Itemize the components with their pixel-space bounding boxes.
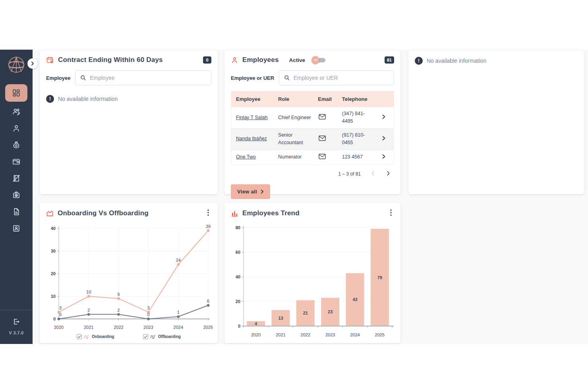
active-toggle[interactable]	[311, 56, 326, 64]
svg-text:2021: 2021	[84, 325, 93, 330]
sidebar-nav	[5, 84, 27, 237]
view-all-label: View all	[237, 189, 257, 195]
legend-checkbox[interactable]	[143, 334, 148, 339]
svg-text:2025: 2025	[203, 325, 213, 330]
table-header-row: EmployeeRoleEmailTelephone	[231, 91, 394, 107]
email-button[interactable]	[318, 113, 327, 122]
email-button[interactable]	[318, 153, 327, 161]
svg-text:2024: 2024	[350, 332, 360, 337]
svg-text:4: 4	[255, 321, 257, 326]
sidebar-item-money-bag[interactable]	[5, 137, 27, 153]
table-row: Nanda IbáñezSenior Accountant(917) 810-0…	[231, 128, 394, 150]
row-detail-button[interactable]	[381, 135, 386, 143]
info-icon: !	[415, 57, 423, 65]
card-title: Employees Trend	[242, 209, 300, 217]
employees-card: Employees Active 81 Employee or UER	[224, 50, 400, 194]
svg-text:10: 10	[86, 290, 91, 294]
chart-legend: OnboardingOffboarding	[40, 332, 218, 342]
employee-search	[75, 70, 211, 85]
logout-icon	[12, 317, 21, 326]
svg-text:2: 2	[117, 308, 120, 313]
svg-text:2022: 2022	[114, 325, 123, 330]
email-button[interactable]	[318, 135, 327, 143]
sidebar-item-id-badge[interactable]	[5, 220, 27, 237]
svg-text:2025: 2025	[375, 332, 385, 337]
line-chart: 0102030402020202120222023202420253109324…	[40, 222, 218, 332]
employee-link[interactable]: Nanda Ibáñez	[236, 136, 267, 141]
area-chart-icon	[46, 210, 54, 217]
svg-text:2024: 2024	[174, 325, 183, 330]
column-header: Role	[275, 91, 315, 107]
calendar-clock-icon	[46, 56, 54, 64]
sidebar-expand-button[interactable]	[27, 58, 38, 69]
legend-item-offboarding[interactable]: Offboarding	[143, 334, 181, 339]
svg-text:23: 23	[328, 309, 333, 314]
chevron-left-icon	[371, 171, 375, 176]
logout-button[interactable]	[12, 317, 21, 327]
svg-text:13: 13	[278, 316, 283, 321]
svg-text:40: 40	[51, 226, 56, 231]
role-cell: Chief Engineer	[275, 107, 315, 129]
sidebar-item-camera-badge[interactable]	[5, 187, 27, 203]
sidebar-item-wallet[interactable]	[5, 153, 27, 170]
table-row: Finlay T SalahChief Engineer(347) 841-44…	[231, 107, 394, 129]
svg-text:10: 10	[51, 294, 56, 299]
svg-text:2020: 2020	[251, 332, 261, 337]
chevron-right-icon	[31, 61, 35, 66]
svg-text:2: 2	[87, 308, 90, 313]
sidebar-item-people-group[interactable]	[5, 103, 27, 120]
svg-text:39: 39	[206, 224, 211, 229]
people-group-icon	[12, 107, 21, 116]
svg-text:2022: 2022	[301, 332, 310, 337]
info-card: ! No available information	[408, 50, 584, 194]
app-logo	[7, 56, 25, 75]
info-icon: !	[46, 95, 54, 103]
card-menu-button[interactable]	[388, 209, 394, 218]
next-page-button[interactable]	[385, 170, 392, 178]
count-badge: 0	[203, 56, 211, 64]
role-cell: Numerator	[275, 150, 315, 164]
employee-link[interactable]: One Two	[236, 154, 256, 160]
empty-message: No available information	[58, 96, 118, 102]
mail-icon	[319, 114, 326, 121]
svg-text:0: 0	[59, 312, 62, 317]
view-all-button[interactable]: View all	[231, 184, 270, 199]
toggle-thumb	[311, 56, 319, 64]
svg-text:80: 80	[236, 225, 240, 230]
card-title: Contract Ending Within 60 Days	[58, 56, 163, 64]
globe-logo-icon	[7, 56, 25, 74]
sidebar-item-notebook-off[interactable]	[5, 170, 27, 187]
legend-checkbox[interactable]	[77, 334, 82, 339]
prev-page-button[interactable]	[369, 170, 376, 178]
check-icon	[144, 335, 147, 338]
svg-text:3: 3	[59, 305, 62, 310]
sidebar-item-person[interactable]	[5, 120, 27, 137]
search-icon	[80, 75, 86, 81]
row-detail-button[interactable]	[381, 153, 386, 161]
employee-link[interactable]: Finlay T Salah	[236, 115, 267, 120]
check-icon	[77, 335, 81, 338]
employee-search-input[interactable]	[90, 75, 206, 81]
telephone-cell: (347) 841-4495	[339, 107, 378, 129]
onboarding-chart-card: Onboarding Vs Offboarding 01020304020202…	[40, 203, 218, 343]
legend-item-onboarding[interactable]: Onboarding	[77, 334, 114, 339]
employee-uer-filter-label: Employee or UER	[231, 75, 274, 81]
svg-text:0: 0	[53, 317, 56, 321]
contracts-card: Contract Ending Within 60 Days 0 Employe…	[40, 50, 218, 194]
camera-badge-icon	[12, 191, 21, 199]
employee-uer-search-input[interactable]	[294, 75, 389, 81]
notebook-off-icon	[12, 174, 21, 183]
bar-chart-icon	[231, 210, 238, 217]
svg-text:20: 20	[51, 271, 56, 276]
legend-label: Offboarding	[158, 334, 181, 339]
svg-text:79: 79	[377, 275, 382, 280]
sidebar-item-dashboard[interactable]	[5, 84, 27, 102]
series-glyph-icon	[151, 334, 156, 339]
document-icon	[12, 207, 21, 216]
table-row: One TwoNumerator123 4567	[231, 150, 394, 164]
svg-text:2020: 2020	[54, 325, 64, 330]
sidebar-item-document[interactable]	[5, 203, 27, 220]
card-menu-button[interactable]	[205, 209, 211, 218]
row-detail-button[interactable]	[381, 114, 386, 121]
telephone-cell: (917) 810-0455	[339, 128, 378, 150]
